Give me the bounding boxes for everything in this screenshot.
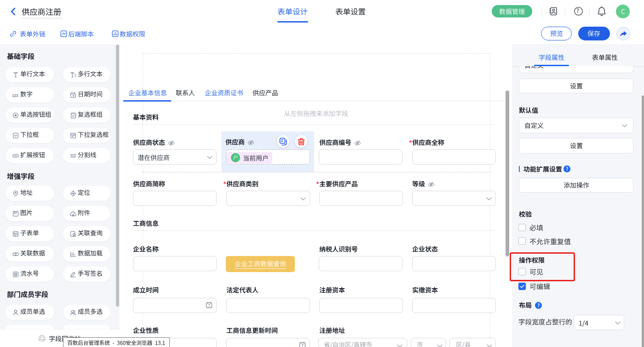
svg-text:7: 7 (208, 303, 210, 308)
svg-text:7: 7 (301, 343, 304, 347)
svg-text:123: 123 (12, 93, 18, 97)
